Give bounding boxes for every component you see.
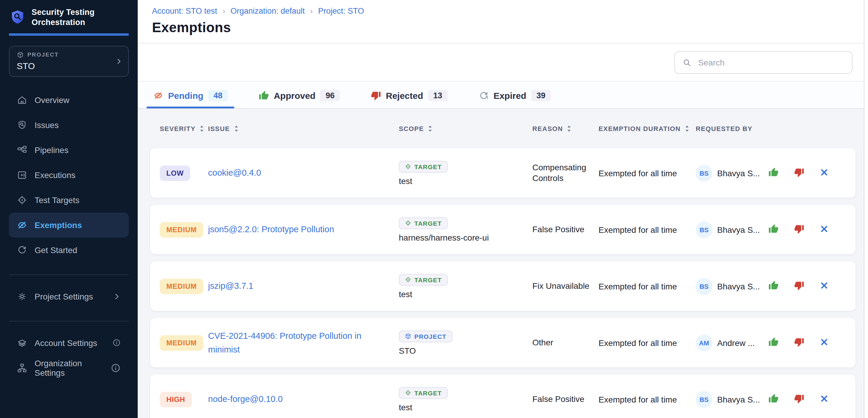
- project-selector[interactable]: PROJECT STO: [9, 45, 129, 76]
- row-actions: [769, 393, 856, 405]
- breadcrumb-link-account-sto-test[interactable]: Account: STO test: [152, 6, 217, 15]
- scope-name: test: [399, 402, 412, 412]
- sidebar-item-project-settings[interactable]: Project Settings: [9, 284, 129, 309]
- thumb-up-icon: [769, 337, 779, 347]
- approve-button[interactable]: [769, 223, 779, 236]
- column-header-exemption-duration[interactable]: EXEMPTION DURATION: [598, 125, 696, 133]
- sidebar-item-account-settings[interactable]: Account Settings: [9, 330, 129, 355]
- cancel-button[interactable]: [820, 224, 829, 235]
- reject-button[interactable]: [794, 167, 804, 179]
- issue-link[interactable]: json5@2.2.0: Prototype Pollution: [208, 223, 348, 236]
- sort-icon[interactable]: [683, 125, 690, 133]
- issue-link[interactable]: CVE-2021-44906: Prototype Pollution in m…: [208, 329, 399, 356]
- target-icon: [17, 195, 27, 205]
- app-switcher-icon[interactable]: [119, 12, 129, 23]
- breadcrumb-link-project-sto[interactable]: Project: STO: [318, 6, 364, 15]
- sidebar-item-label: Overview: [35, 95, 69, 104]
- requester-name: Bhavya S...: [717, 225, 760, 234]
- tab-approved[interactable]: Approved 96: [257, 90, 341, 108]
- avatar: AM: [696, 334, 712, 351]
- thumb-up-icon: [769, 393, 779, 404]
- thumb-up-icon: [769, 280, 779, 290]
- gear-icon: [17, 291, 27, 302]
- column-header-requested-by[interactable]: REQUESTED BY: [696, 125, 769, 132]
- tab-label: Approved: [274, 91, 315, 101]
- sort-icon[interactable]: [427, 125, 433, 133]
- approve-button[interactable]: [769, 393, 779, 405]
- thumb-down-icon: [794, 223, 804, 234]
- table-row: LOW cookie@0.4.0 TARGET test Compensatin…: [150, 148, 856, 198]
- tab-pending[interactable]: Pending 48: [152, 90, 229, 108]
- sort-icon[interactable]: [566, 125, 572, 133]
- issue-link[interactable]: jszip@3.7.1: [208, 280, 268, 293]
- breadcrumb-separator-icon: ›: [310, 6, 313, 15]
- row-actions: [769, 337, 856, 349]
- cancel-button[interactable]: [820, 168, 829, 178]
- sort-icon[interactable]: [233, 125, 239, 133]
- reject-button[interactable]: [794, 393, 804, 405]
- reject-button[interactable]: [794, 223, 804, 236]
- severity-badge: HIGH: [160, 391, 192, 407]
- column-header-label: SCOPE: [399, 125, 424, 132]
- scope-type-label: PROJECT: [414, 333, 446, 340]
- approve-button[interactable]: [769, 280, 779, 292]
- issue-link[interactable]: cookie@0.4.0: [208, 166, 275, 180]
- tab-label: Rejected: [386, 91, 423, 101]
- sidebar-item-executions[interactable]: Executions: [9, 162, 129, 187]
- cancel-button[interactable]: [820, 281, 829, 291]
- duration-text: Exempted for all time: [598, 338, 696, 347]
- thumb-up-icon: [769, 167, 779, 177]
- scrollbar-track[interactable]: [864, 0, 868, 418]
- sidebar-item-issues[interactable]: Issues: [9, 112, 129, 137]
- x-icon: [820, 337, 829, 346]
- approve-button[interactable]: [769, 337, 779, 349]
- row-actions: [769, 223, 856, 236]
- sidebar-item-organization-settings[interactable]: Organization Settings: [9, 355, 129, 380]
- sidebar-item-pipelines[interactable]: Pipelines: [9, 137, 129, 162]
- scope-chip: TARGET: [399, 217, 448, 229]
- cube-icon: [17, 51, 24, 58]
- column-header-scope[interactable]: SCOPE: [399, 125, 532, 133]
- sidebar-item-test-targets[interactable]: Test Targets: [9, 187, 129, 212]
- sidebar-item-overview[interactable]: Overview: [9, 87, 129, 112]
- column-header-label: ISSUE: [208, 125, 230, 132]
- target-icon: [405, 389, 411, 396]
- approve-button[interactable]: [769, 167, 779, 179]
- tab-count-badge: 39: [531, 90, 551, 101]
- issue-link[interactable]: node-forge@0.10.0: [208, 393, 297, 406]
- info-icon[interactable]: [110, 362, 121, 373]
- search-box: [674, 51, 852, 73]
- reject-button[interactable]: [794, 280, 804, 292]
- requester-name: Bhavya S...: [717, 394, 760, 404]
- thumb-down-icon: [794, 280, 804, 290]
- duration-text: Exempted for all time: [598, 168, 696, 178]
- app-header: Security Testing Orchestration: [0, 0, 138, 33]
- sidebar-item-exemptions[interactable]: Exemptions: [9, 212, 129, 237]
- info-icon[interactable]: [112, 338, 121, 347]
- breadcrumb-link-organization-default[interactable]: Organization: default: [230, 6, 305, 15]
- tab-expired[interactable]: Expired 39: [477, 90, 552, 108]
- search-icon: [682, 58, 691, 67]
- reason-text: Fix Unavailable: [532, 281, 598, 291]
- sidebar-item-get-started[interactable]: Get Started: [9, 237, 129, 262]
- cancel-button[interactable]: [820, 394, 829, 405]
- project-selector-value: STO: [17, 61, 121, 71]
- sidebar-item-label: Get Started: [35, 245, 77, 254]
- cancel-button[interactable]: [820, 337, 829, 348]
- sort-icon[interactable]: [198, 125, 205, 133]
- column-header-issue[interactable]: ISSUE: [208, 125, 399, 133]
- tab-rejected[interactable]: Rejected 13: [370, 90, 449, 108]
- sidebar-item-label: Pipelines: [35, 145, 68, 154]
- x-icon: [820, 168, 829, 177]
- column-header-reason[interactable]: REASON: [532, 125, 598, 133]
- table-header-row: SEVERITY ISSUE SCOPE REASON EXEMPTION DU…: [150, 109, 856, 148]
- reject-button[interactable]: [794, 337, 804, 349]
- project-selector-label: PROJECT: [27, 51, 59, 58]
- avatar: BS: [696, 165, 712, 181]
- column-header-severity[interactable]: SEVERITY: [160, 125, 208, 133]
- table-row: MEDIUM jszip@3.7.1 TARGET test Fix Unava…: [150, 262, 856, 311]
- tab-count-badge: 48: [208, 90, 228, 101]
- search-input[interactable]: [697, 57, 845, 68]
- pipelines-icon: [17, 144, 27, 155]
- scope-name: test: [399, 176, 412, 185]
